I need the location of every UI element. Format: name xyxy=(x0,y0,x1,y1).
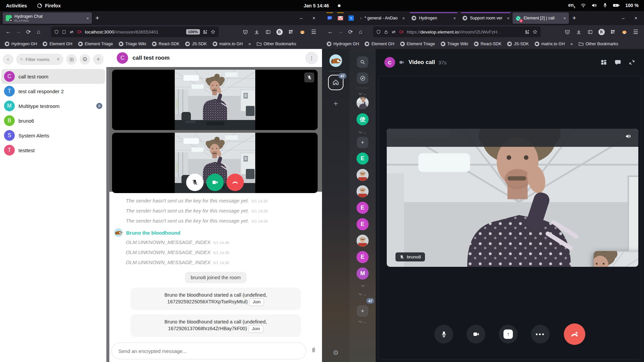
bitwarden-icon[interactable]: B xyxy=(596,27,606,37)
window-close-button[interactable]: × xyxy=(313,15,315,21)
more-options-button[interactable]: ••• xyxy=(531,325,550,344)
room-filter-input[interactable] xyxy=(25,57,54,62)
room-list-item[interactable]: T testtest xyxy=(1,143,105,158)
bookmark-item[interactable]: Hydrogen GH xyxy=(327,42,359,46)
camera-in-use-icon[interactable] xyxy=(77,29,82,34)
extensions-icon[interactable] xyxy=(286,27,296,37)
pinned-tab[interactable]: 5 xyxy=(346,12,356,24)
extension-icon[interactable] xyxy=(619,27,629,37)
bookmark-item[interactable]: JS-SDK xyxy=(507,42,529,46)
pocket-icon[interactable] xyxy=(240,27,250,37)
room-avatar[interactable]: E xyxy=(357,153,369,165)
bookmark-item[interactable]: matrix.to GH xyxy=(535,42,565,46)
video-tile-remote[interactable] xyxy=(112,70,318,130)
sender-avatar[interactable] xyxy=(114,228,123,237)
room-filter[interactable]: × xyxy=(16,54,63,65)
room-avatar[interactable] xyxy=(357,97,369,109)
tab-close-button[interactable]: × xyxy=(451,16,456,21)
room-avatar[interactable]: E xyxy=(357,218,369,230)
section-toggle[interactable]: ... xyxy=(359,129,367,134)
extensions-icon[interactable] xyxy=(608,27,618,37)
room-avatar[interactable] xyxy=(357,185,369,197)
permissions-icon[interactable] xyxy=(69,29,74,35)
clock[interactable]: Jan 5 14:46 xyxy=(304,3,340,8)
containers-icon[interactable] xyxy=(525,29,530,35)
room-avatar[interactable]: E xyxy=(357,251,369,263)
room-menu-button[interactable]: ⋮ xyxy=(305,52,318,64)
attachment-button[interactable] xyxy=(310,347,317,354)
room-avatar[interactable]: E xyxy=(357,202,369,214)
room-avatar[interactable]: 使 xyxy=(357,113,369,125)
reload-button[interactable]: ⟳ xyxy=(345,27,356,37)
layout-grid-icon[interactable] xyxy=(600,59,607,66)
camera-button[interactable] xyxy=(206,174,224,191)
bitwarden-icon[interactable]: B xyxy=(274,27,284,37)
screenshare-button[interactable]: ↑ xyxy=(499,325,518,344)
sidebar-toggle-icon[interactable] xyxy=(585,27,595,37)
tab-element-call[interactable]: 2 Element [2] | call × xyxy=(513,12,569,24)
sidebar-toggle-icon[interactable] xyxy=(263,27,273,37)
room-list-item[interactable]: C call test room xyxy=(1,69,105,84)
pinned-tab[interactable] xyxy=(335,12,345,24)
tab-github-hydrogen[interactable]: Hydrogen × xyxy=(409,12,459,24)
grid-view-button[interactable] xyxy=(66,54,77,65)
room-avatar[interactable]: M xyxy=(357,267,369,280)
new-tab-button[interactable]: + xyxy=(93,13,102,23)
join-call-button[interactable]: Join xyxy=(249,325,263,333)
message-composer[interactable] xyxy=(111,343,306,359)
bookmark-item[interactable]: JS-SDK xyxy=(185,42,207,46)
chevron-down-icon[interactable] xyxy=(361,284,365,287)
room-avatar[interactable] xyxy=(357,235,369,247)
bookmark-item[interactable]: Triage Wiki xyxy=(441,42,468,46)
message-input[interactable] xyxy=(118,348,299,354)
window-close-button[interactable]: × xyxy=(635,15,637,21)
other-bookmarks-folder[interactable]: Other Bookmarks xyxy=(257,42,296,46)
app-menu-icon[interactable]: ☰ xyxy=(309,27,319,37)
chat-bubble-icon[interactable] xyxy=(614,59,621,66)
pinned-tab[interactable] xyxy=(325,12,335,24)
downloads-icon[interactable] xyxy=(574,27,584,37)
pocket-icon[interactable] xyxy=(562,27,572,37)
bookmark-item[interactable]: Element Triage xyxy=(78,42,113,46)
room-avatar[interactable] xyxy=(357,169,369,181)
join-call-button[interactable]: Join xyxy=(249,298,264,306)
bookmark-item[interactable]: matrix.to GH xyxy=(213,42,243,46)
create-space-button[interactable]: + xyxy=(333,99,338,108)
search-button[interactable] xyxy=(357,56,368,68)
bookmark-item[interactable]: Element GH xyxy=(43,42,72,46)
app-menu-icon[interactable]: ☰ xyxy=(631,27,641,37)
room-list-item[interactable]: B bruno6 xyxy=(1,113,105,128)
forward-button[interactable]: → xyxy=(13,27,23,37)
bookmarks-overflow-button[interactable]: » xyxy=(249,42,251,46)
bookmark-item[interactable]: Element Triage xyxy=(400,42,435,46)
other-bookmarks-folder[interactable]: Other Bookmarks xyxy=(579,42,618,46)
section-toggle[interactable]: ... xyxy=(359,319,367,323)
url-bar[interactable]: https://develop.element.io/#/room/!ZUWvF… xyxy=(373,26,541,37)
tab-close-button[interactable]: × xyxy=(400,16,405,21)
bookmark-item[interactable]: Element GH xyxy=(365,42,394,46)
system-status-area[interactable]: en1 100 % xyxy=(568,2,644,9)
settings-button[interactable]: ⚙ xyxy=(79,54,90,65)
window-minimize-button[interactable]: – xyxy=(622,15,625,21)
back-button[interactable]: ← xyxy=(325,27,335,37)
home-button[interactable]: ⌂ xyxy=(34,27,44,37)
bookmark-star-icon[interactable] xyxy=(532,29,538,35)
video-tile-speaker[interactable]: bruno8 Bruno the... xyxy=(387,129,638,267)
explore-button[interactable] xyxy=(357,72,368,84)
quick-settings-button[interactable]: ⚙ xyxy=(333,349,339,357)
tab-slack[interactable]: * general - AnDao × xyxy=(357,12,408,24)
section-toggle[interactable]: ... xyxy=(359,291,367,296)
reload-button[interactable]: ⟳ xyxy=(23,27,34,37)
permissions-icon[interactable] xyxy=(391,29,396,35)
add-room-button[interactable]: + xyxy=(357,305,368,317)
keyboard-layout[interactable]: en1 xyxy=(568,2,575,9)
extension-icon[interactable] xyxy=(297,27,307,37)
tab-close-button[interactable]: × xyxy=(84,16,89,21)
room-list-item[interactable]: T test call responder 2 xyxy=(1,84,105,99)
camera-button[interactable] xyxy=(467,325,485,344)
section-toggle[interactable]: ... xyxy=(359,91,367,96)
panel-scrollbar[interactable] xyxy=(106,67,109,362)
url-bar[interactable]: localhost:3000/#/session/636553401 100% xyxy=(51,26,219,37)
bookmark-item[interactable]: React-SDK xyxy=(152,42,180,46)
window-minimize-button[interactable]: – xyxy=(300,15,303,21)
